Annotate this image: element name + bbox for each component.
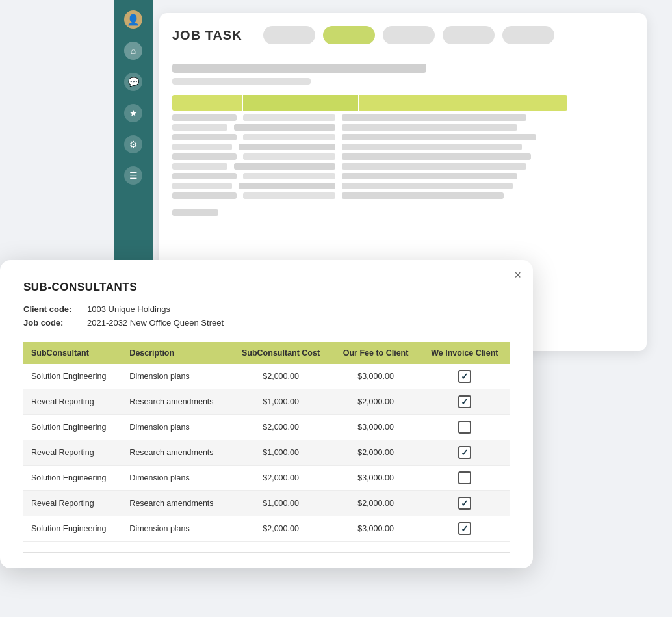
job-code-value: 2021-2032 New Office Queen Street — [87, 318, 224, 328]
table-row: Solution EngineeringDimension plans$2,00… — [23, 364, 510, 389]
cell-invoice[interactable] — [420, 440, 510, 466]
cell-description: Dimension plans — [122, 415, 229, 440]
table-row: Solution EngineeringDimension plans$2,00… — [23, 516, 510, 542]
cell-invoice[interactable] — [420, 491, 510, 516]
tab-3[interactable] — [383, 26, 435, 44]
sidebar-icon-star[interactable]: ★ — [124, 104, 142, 122]
table-row: Solution EngineeringDimension plans$2,00… — [23, 466, 510, 491]
col-header-cost: SubConsultant Cost — [230, 342, 332, 364]
cell-invoice[interactable] — [420, 415, 510, 440]
invoice-checkbox[interactable] — [458, 497, 471, 510]
table-row: Reveal ReportingResearch amendments$1,00… — [23, 440, 510, 466]
cell-cost: $1,000.00 — [230, 389, 332, 415]
cell-cost: $1,000.00 — [230, 440, 332, 466]
invoice-checkbox[interactable] — [458, 471, 471, 484]
cell-cost: $2,000.00 — [230, 415, 332, 440]
col-header-subconsultant: SubConsultant — [23, 342, 122, 364]
client-code-label: Client code: — [23, 304, 82, 314]
sidebar-icon-menu[interactable]: ☰ — [124, 166, 142, 185]
modal-title: SUB-CONSULTANTS — [23, 281, 510, 294]
cell-invoice[interactable] — [420, 516, 510, 542]
modal-dialog: × SUB-CONSULTANTS Client code: 1003 Uniq… — [0, 260, 533, 568]
cell-description: Research amendments — [122, 440, 229, 466]
cell-description: Dimension plans — [122, 516, 229, 542]
table-row: Reveal ReportingResearch amendments$1,00… — [23, 389, 510, 415]
invoice-checkbox[interactable] — [458, 370, 471, 383]
cell-description: Research amendments — [122, 491, 229, 516]
cell-cost: $2,000.00 — [230, 364, 332, 389]
page-title: JOB TASK — [172, 28, 242, 43]
cell-invoice[interactable] — [420, 466, 510, 491]
modal-close-button[interactable]: × — [514, 269, 521, 281]
cell-subconsultant: Solution Engineering — [23, 516, 122, 542]
cell-invoice[interactable] — [420, 364, 510, 389]
cell-fee: $2,000.00 — [331, 491, 419, 516]
col-header-fee: Our Fee to Client — [331, 342, 419, 364]
cell-subconsultant: Solution Engineering — [23, 415, 122, 440]
sub-consultants-table: SubConsultant Description SubConsultant … — [23, 342, 510, 542]
invoice-checkbox[interactable] — [458, 446, 471, 459]
cell-cost: $2,000.00 — [230, 516, 332, 542]
cell-subconsultant: Reveal Reporting — [23, 389, 122, 415]
cell-invoice[interactable] — [420, 389, 510, 415]
invoice-checkbox[interactable] — [458, 522, 471, 535]
sidebar-icon-chat[interactable]: 💬 — [124, 73, 142, 91]
cell-fee: $2,000.00 — [331, 440, 419, 466]
cell-description: Dimension plans — [122, 364, 229, 389]
tab-5[interactable] — [502, 26, 554, 44]
invoice-checkbox[interactable] — [458, 395, 471, 408]
app-shell: 👤 ⌂ 💬 ★ ⚙ ☰ JOB TASK — [0, 0, 672, 617]
col-header-description: Description — [122, 342, 229, 364]
modal-footer-line — [23, 552, 510, 553]
tab-2[interactable] — [323, 26, 375, 44]
cell-cost: $2,000.00 — [230, 466, 332, 491]
cell-subconsultant: Solution Engineering — [23, 466, 122, 491]
cell-subconsultant: Reveal Reporting — [23, 491, 122, 516]
cell-fee: $3,000.00 — [331, 516, 419, 542]
tab-4[interactable] — [443, 26, 495, 44]
table-row: Solution EngineeringDimension plans$2,00… — [23, 415, 510, 440]
sidebar-icon-avatar[interactable]: 👤 — [124, 10, 142, 29]
cell-fee: $3,000.00 — [331, 415, 419, 440]
col-header-invoice: We Invoice Client — [420, 342, 510, 364]
cell-cost: $1,000.00 — [230, 491, 332, 516]
job-code-label: Job code: — [23, 318, 82, 328]
cell-fee: $3,000.00 — [331, 466, 419, 491]
tab-1[interactable] — [263, 26, 315, 44]
cell-subconsultant: Solution Engineering — [23, 364, 122, 389]
cell-subconsultant: Reveal Reporting — [23, 440, 122, 466]
table-header-row: SubConsultant Description SubConsultant … — [23, 342, 510, 364]
client-code-value: 1003 Unique Holdings — [87, 304, 170, 314]
invoice-checkbox[interactable] — [458, 421, 471, 434]
cell-fee: $2,000.00 — [331, 389, 419, 415]
sidebar-icon-home[interactable]: ⌂ — [124, 42, 142, 60]
modal-client-code: Client code: 1003 Unique Holdings — [23, 304, 510, 314]
skeleton-content — [172, 57, 634, 222]
cell-description: Research amendments — [122, 389, 229, 415]
sidebar-icon-settings[interactable]: ⚙ — [124, 135, 142, 153]
main-card-header: JOB TASK — [172, 26, 634, 44]
table-row: Reveal ReportingResearch amendments$1,00… — [23, 491, 510, 516]
cell-description: Dimension plans — [122, 466, 229, 491]
cell-fee: $3,000.00 — [331, 364, 419, 389]
modal-job-code: Job code: 2021-2032 New Office Queen Str… — [23, 318, 510, 328]
